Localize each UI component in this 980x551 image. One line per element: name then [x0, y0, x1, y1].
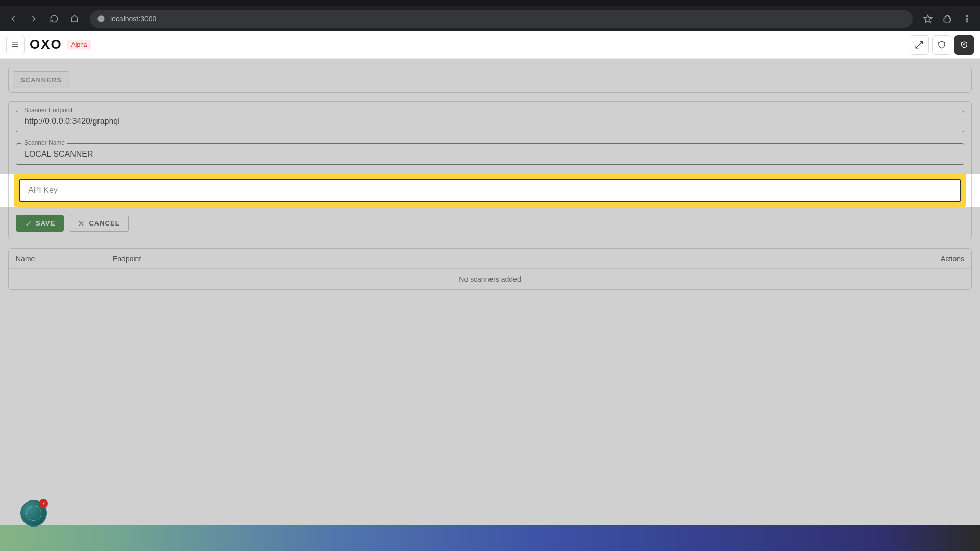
- svg-marker-1: [924, 15, 932, 22]
- gradient-footer: [0, 525, 980, 551]
- th-name: Name: [9, 249, 106, 268]
- bookmark-star-icon[interactable]: [919, 10, 937, 28]
- svg-point-8: [964, 44, 965, 45]
- svg-point-3: [966, 18, 968, 19]
- shield-icon[interactable]: [932, 35, 951, 55]
- assistant-badge-count: 7: [39, 499, 48, 508]
- tabs-card: SCANNERS: [8, 67, 972, 93]
- assistant-badge[interactable]: 7: [20, 500, 47, 527]
- home-button[interactable]: [65, 10, 84, 28]
- reload-button[interactable]: [45, 10, 63, 28]
- back-button[interactable]: [4, 10, 22, 28]
- address-bar[interactable]: localhost:3000: [90, 10, 913, 28]
- alpha-badge: Alpha: [67, 40, 91, 50]
- table-empty-row: No scanners added: [9, 269, 971, 289]
- scanner-name-input[interactable]: [23, 149, 957, 159]
- tab-scanners[interactable]: SCANNERS: [13, 71, 69, 88]
- api-key-field[interactable]: [19, 179, 961, 202]
- forward-button[interactable]: [24, 10, 43, 28]
- url-text: localhost:3000: [110, 15, 156, 23]
- header-action-1[interactable]: [910, 35, 929, 55]
- app-logo: OXO: [30, 37, 62, 53]
- extensions-icon[interactable]: [938, 10, 957, 28]
- page-body: SCANNERS Scanner Endpoint Scanner Name: [0, 59, 980, 551]
- api-key-input[interactable]: [27, 185, 953, 195]
- th-actions: Actions: [910, 249, 971, 268]
- cancel-button-label: CANCEL: [89, 219, 119, 227]
- svg-point-4: [966, 20, 968, 22]
- table-header: Name Endpoint Actions: [9, 249, 971, 269]
- scanner-form: Scanner Endpoint Scanner Name SA: [8, 101, 972, 239]
- scanner-endpoint-input[interactable]: [23, 116, 957, 127]
- scanner-endpoint-label: Scanner Endpoint: [21, 107, 75, 114]
- api-key-highlight: [14, 174, 966, 207]
- cancel-button[interactable]: CANCEL: [69, 215, 128, 232]
- scanners-table: Name Endpoint Actions No scanners added: [8, 248, 972, 290]
- table-empty-text: No scanners added: [459, 275, 521, 283]
- browser-menu-icon[interactable]: [958, 10, 976, 28]
- th-endpoint: Endpoint: [106, 249, 910, 268]
- scanner-name-label: Scanner Name: [21, 139, 67, 146]
- menu-button[interactable]: [6, 36, 24, 54]
- browser-toolbar: localhost:3000: [0, 6, 980, 31]
- app-header: OXO Alpha: [0, 31, 980, 59]
- site-info-icon[interactable]: [97, 15, 105, 23]
- browser-tabstrip: [0, 0, 980, 6]
- scanner-endpoint-field[interactable]: Scanner Endpoint: [16, 111, 964, 132]
- svg-point-0: [97, 15, 104, 22]
- settings-shield-icon[interactable]: [954, 35, 974, 55]
- save-button[interactable]: SAVE: [16, 215, 64, 232]
- svg-point-2: [966, 15, 968, 17]
- scanner-name-field[interactable]: Scanner Name: [16, 143, 964, 165]
- save-button-label: SAVE: [36, 219, 55, 227]
